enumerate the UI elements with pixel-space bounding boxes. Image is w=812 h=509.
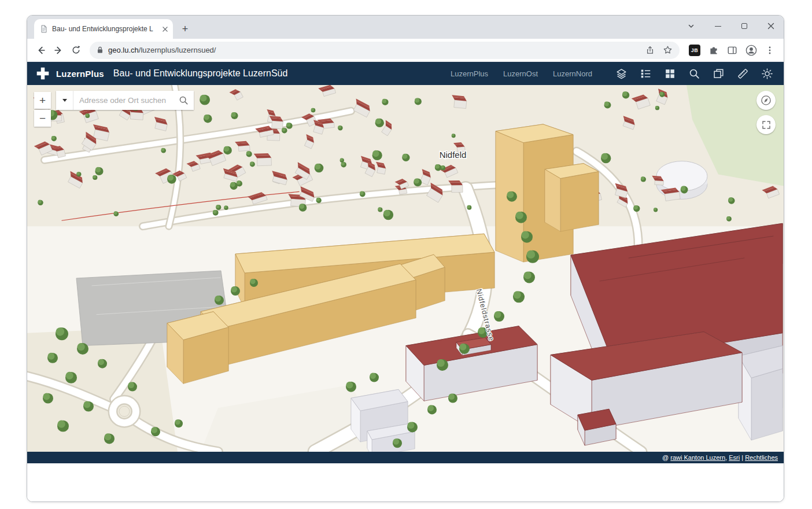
nav-luzernplus[interactable]: LuzernPlus [451,69,488,78]
attribution-link-rawi[interactable]: rawi Kanton Luzern [670,454,725,461]
compass-button[interactable] [756,91,776,110]
header-tools [615,68,773,80]
legend-icon[interactable] [640,68,652,80]
app-header: LuzernPlus Bau- und Entwicklungsprojekte… [27,62,784,85]
zoom-out-button[interactable]: − [34,110,51,127]
slides-icon[interactable] [713,68,725,80]
browser-toolbar: geo.lu.ch/luzernplus/luzernsued/ JB [27,39,784,62]
browser-window: Bau- und Entwicklungsprojekte L + [27,15,784,502]
lock-icon [97,46,104,54]
map-viewport[interactable]: Nidfeld Nidfeldstrasse + − [27,85,784,452]
star-icon[interactable] [663,45,673,55]
extent-button[interactable] [756,115,776,134]
chevron-down-icon [688,23,695,29]
caret-down-icon [62,99,67,102]
jb-extension-button[interactable]: JB [689,45,700,56]
window-close-button[interactable] [766,21,776,31]
attribution-link-esri[interactable]: Esri [729,454,740,461]
page-title: Bau- und Entwicklungsprojekte LuzernSüd [113,68,288,79]
menu-icon[interactable] [765,46,774,55]
extensions-icon[interactable] [708,45,719,56]
nav-luzernnord[interactable]: LuzernNord [553,69,592,78]
side-panel-icon[interactable] [727,45,737,56]
url-text: geo.lu.ch/luzernplus/luzernsued/ [108,46,641,54]
page-bottom-area [27,463,784,501]
attribution-link-rechtliches[interactable]: Rechtliches [745,454,778,461]
address-bar[interactable]: geo.lu.ch/luzernplus/luzernsued/ [90,42,680,59]
magnifier-icon [179,95,189,105]
tab-close-button[interactable] [160,24,169,34]
minimize-button[interactable] [713,21,722,31]
nav-luzernost[interactable]: LuzernOst [503,69,538,78]
reload-button[interactable] [68,42,84,58]
url-domain: geo.lu.ch [108,46,139,54]
reload-icon [71,45,81,55]
toolbar-extensions: JB [685,45,778,56]
new-tab-button[interactable]: + [178,21,193,36]
search-input[interactable] [73,91,173,110]
header-nav: LuzernPlus LuzernOst LuzernNord [451,69,592,78]
map-search-widget [56,91,194,110]
map-label-nidfeld: Nidfeld [440,150,467,160]
luzernplus-cross-logo [35,66,50,81]
maximize-icon [741,23,747,29]
tab-search-chevron-button[interactable] [686,21,696,31]
close-icon [163,27,168,32]
zoom-in-button[interactable]: + [34,92,51,109]
compass-icon [761,95,772,106]
profile-icon[interactable] [745,45,757,56]
measure-icon[interactable] [737,68,749,80]
attribution-bar: @ rawi Kanton Luzern, Esri | Rechtliches [27,452,784,463]
browser-tab[interactable]: Bau- und Entwicklungsprojekte L [34,19,173,39]
forward-icon [53,45,64,56]
map-scene[interactable]: Nidfeld Nidfeldstrasse [27,85,784,452]
search-source-dropdown[interactable] [56,91,73,110]
minimize-icon [715,26,721,27]
url-path: /luzernplus/luzernsued/ [139,46,216,54]
brand-name: LuzernPlus [56,69,104,79]
maximize-button[interactable] [740,21,749,31]
window-controls [686,18,776,34]
page-favicon-icon [40,25,48,33]
forward-button[interactable] [50,42,67,58]
back-icon [36,45,46,56]
close-icon [767,23,774,29]
search-icon[interactable] [688,68,700,80]
share-icon[interactable] [645,46,655,55]
extent-icon [761,120,772,130]
search-submit-button[interactable] [173,91,194,110]
layers-icon[interactable] [615,68,628,80]
basemap-grid-icon[interactable] [664,68,676,80]
daylight-icon[interactable] [761,68,773,80]
tab-title: Bau- und Entwicklungsprojekte L [52,25,156,33]
attribution-prefix: @ [662,454,670,461]
tab-strip: Bau- und Entwicklungsprojekte L + [27,16,784,39]
back-button[interactable] [33,42,49,58]
